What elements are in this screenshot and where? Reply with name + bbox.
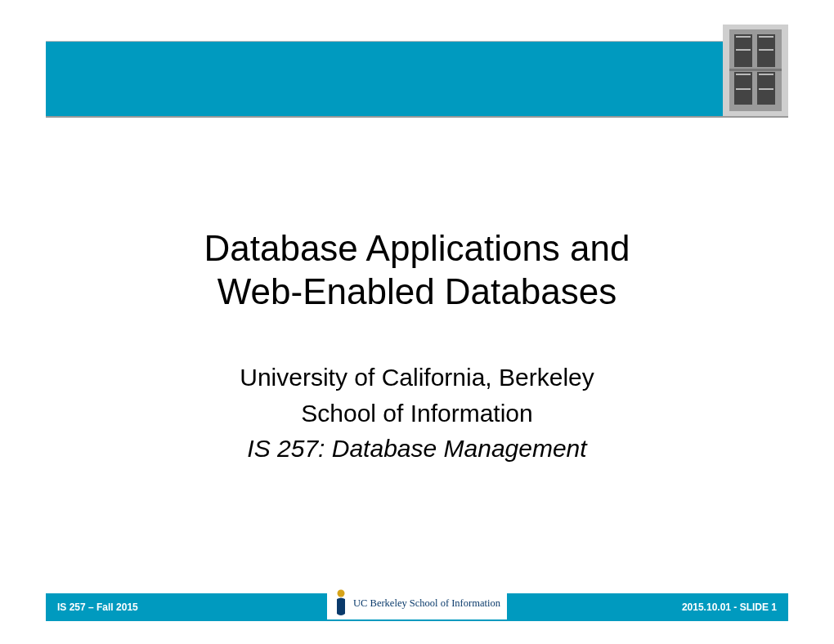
header-band [46,41,788,116]
footer-right-text: 2015.10.01 - SLIDE 1 [682,602,777,613]
slide-subtitle: University of California, Berkeley Schoo… [0,360,834,467]
svg-rect-9 [759,49,773,51]
subtitle-line-1: University of California, Berkeley [0,360,834,396]
svg-point-15 [338,590,345,597]
svg-rect-8 [736,49,751,51]
svg-rect-12 [736,88,751,90]
ischool-i-icon [334,589,348,617]
footer-left-text: IS 257 – Fall 2015 [57,602,138,613]
footer-logo-text: UC Berkeley School of Information [353,597,500,610]
svg-rect-6 [736,36,751,38]
building-facade-image [723,25,788,116]
title-line-2: Web-Enabled Databases [0,271,834,314]
svg-rect-7 [759,36,773,38]
header-photo [723,25,788,116]
svg-rect-13 [759,88,773,90]
subtitle-line-3: IS 257: Database Management [0,431,834,467]
title-line-1: Database Applications and [0,227,834,271]
slide-title: Database Applications and Web-Enabled Da… [0,227,834,314]
footer-logo: UC Berkeley School of Information [327,587,507,619]
subtitle-line-2: School of Information [0,396,834,432]
svg-rect-10 [736,74,751,75]
svg-rect-11 [759,74,773,75]
svg-rect-14 [729,69,782,71]
